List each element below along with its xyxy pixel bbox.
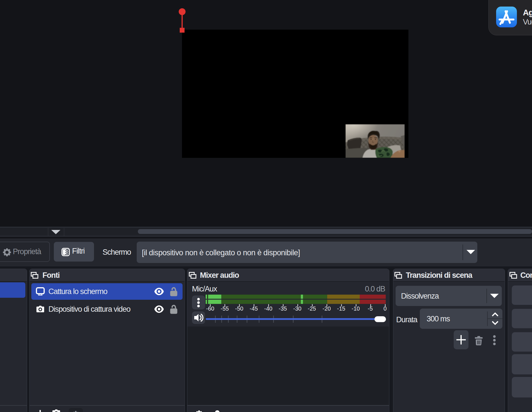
svg-text:-20: -20 <box>323 305 331 312</box>
svg-text:-25: -25 <box>308 305 316 312</box>
svg-text:-30: -30 <box>293 305 302 312</box>
svg-text:-45: -45 <box>250 305 258 312</box>
svg-text:-10: -10 <box>352 305 360 312</box>
svg-text:-50: -50 <box>235 305 244 312</box>
svg-text:0: 0 <box>383 305 386 312</box>
svg-text:-35: -35 <box>279 305 287 312</box>
svg-text:-40: -40 <box>264 305 273 312</box>
svg-text:-55: -55 <box>221 305 229 312</box>
svg-text:-15: -15 <box>337 305 345 312</box>
svg-text:-60: -60 <box>206 305 214 312</box>
svg-text:-5: -5 <box>368 305 373 312</box>
